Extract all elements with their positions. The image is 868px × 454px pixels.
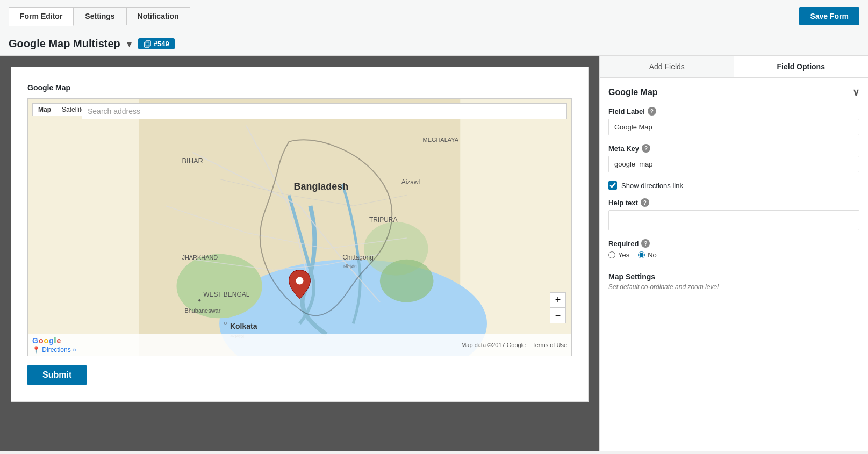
- meta-key-label: Meta Key ?: [608, 144, 859, 153]
- required-label: Required ?: [608, 239, 859, 248]
- map-controls: + −: [550, 292, 566, 323]
- top-bar: Form Editor Settings Notification Save F…: [0, 0, 868, 32]
- tab-field-options[interactable]: Field Options: [734, 56, 869, 77]
- google-map-section-label: Google Map: [608, 88, 658, 97]
- submit-area: Submit: [27, 356, 572, 385]
- tab-form-editor[interactable]: Form Editor: [9, 7, 74, 26]
- map-settings-title: Map Settings: [608, 272, 859, 281]
- required-help-icon[interactable]: ?: [641, 239, 650, 248]
- map-container: Map Satellite Search address: [27, 98, 572, 356]
- required-no-option[interactable]: No: [638, 251, 657, 259]
- tab-add-fields[interactable]: Add Fields: [600, 56, 734, 77]
- panel-section-title: Google Map ∨: [608, 87, 859, 98]
- google-map-field-label: Google Map: [27, 83, 572, 92]
- canvas-inner: Google Map Map Satellite Search address: [11, 67, 589, 402]
- svg-text:চট্টগ্রাম: চট্টগ্রাম: [343, 263, 357, 270]
- svg-rect-0: [145, 42, 149, 47]
- search-address-bar[interactable]: Search address: [82, 103, 567, 119]
- tab-settings[interactable]: Settings: [74, 7, 126, 25]
- map-tab-map[interactable]: Map: [33, 104, 56, 116]
- show-directions-checkbox[interactable]: [608, 181, 617, 190]
- map-zoom-out[interactable]: −: [550, 308, 565, 323]
- svg-point-22: [296, 277, 304, 285]
- svg-text:WEST BENGAL: WEST BENGAL: [203, 291, 249, 298]
- svg-text:Chittagong: Chittagong: [342, 254, 374, 261]
- help-text-help-icon[interactable]: ?: [641, 198, 649, 207]
- required-yes-option[interactable]: Yes: [608, 251, 629, 259]
- submit-button[interactable]: Submit: [27, 365, 87, 385]
- right-panel-tabs: Add Fields Field Options: [600, 56, 868, 78]
- svg-text:MEGHALAYA: MEGHALAYA: [423, 136, 459, 143]
- svg-point-7: [380, 260, 434, 302]
- field-label-group: Field Label ?: [608, 107, 859, 135]
- form-id-badge: #549: [138, 38, 175, 49]
- svg-text:BIHAR: BIHAR: [182, 157, 203, 165]
- canvas-area: Google Map Map Satellite Search address: [0, 56, 599, 451]
- svg-rect-1: [146, 40, 150, 46]
- field-label-label: Field Label ?: [608, 107, 859, 116]
- svg-text:TRIPURA: TRIPURA: [369, 216, 397, 224]
- form-title-bar: Google Map Multistep ▾ #549: [0, 32, 868, 56]
- svg-text:Bhubaneswar: Bhubaneswar: [184, 307, 220, 314]
- map-svg: Bangladesh BIHAR JHARKHAND Bhubaneswar ●…: [28, 99, 571, 356]
- svg-text:JHARKHAND: JHARKHAND: [182, 254, 218, 261]
- help-text-input[interactable]: [608, 210, 859, 230]
- tab-notification[interactable]: Notification: [126, 7, 190, 25]
- map-settings-divider: [608, 268, 859, 268]
- map-footer: Google 📍 Directions » Map data ©2017 Goo…: [28, 334, 571, 356]
- main-layout: Google Map Map Satellite Search address: [0, 56, 868, 451]
- right-panel: Add Fields Field Options Google Map ∨ Fi…: [599, 56, 868, 451]
- required-no-radio[interactable]: [638, 251, 645, 258]
- terms-of-use-link[interactable]: Terms of Use: [532, 342, 567, 348]
- top-tabs: Form Editor Settings Notification: [9, 7, 190, 25]
- svg-text:Kolkata: Kolkata: [230, 322, 257, 330]
- section-chevron[interactable]: ∨: [852, 87, 859, 98]
- meta-key-group: Meta Key ?: [608, 144, 859, 172]
- svg-text:Aizawl: Aizawl: [401, 178, 420, 186]
- field-label-help-icon[interactable]: ?: [648, 107, 656, 116]
- directions-link[interactable]: 📍 Directions »: [32, 346, 76, 354]
- form-title-dropdown[interactable]: ▾: [127, 38, 132, 50]
- meta-key-help-icon[interactable]: ?: [642, 144, 650, 153]
- svg-text:Bangladesh: Bangladesh: [294, 181, 349, 192]
- show-directions-label: Show directions link: [621, 182, 683, 190]
- svg-text:○: ○: [224, 320, 227, 326]
- help-text-label: Help text ?: [608, 198, 859, 207]
- show-directions-row: Show directions link: [608, 181, 859, 190]
- map-zoom-in[interactable]: +: [550, 293, 565, 308]
- svg-text:●: ●: [198, 297, 201, 303]
- save-form-button[interactable]: Save Form: [799, 7, 859, 25]
- help-text-group: Help text ?: [608, 198, 859, 230]
- required-radio-group: Yes No: [608, 251, 859, 259]
- field-label-input[interactable]: [608, 119, 859, 135]
- meta-key-input[interactable]: [608, 156, 859, 172]
- required-yes-radio[interactable]: [608, 251, 615, 258]
- map-data-text: Map data ©2017 Google: [461, 342, 526, 348]
- field-options-panel: Google Map ∨ Field Label ? Meta Key ?: [600, 78, 868, 299]
- copy-icon: [144, 40, 151, 48]
- required-group: Required ? Yes No: [608, 239, 859, 259]
- form-title: Google Map Multistep: [9, 38, 120, 50]
- google-logo: Google: [32, 336, 76, 345]
- map-settings-subtitle: Set default co-ordinate and zoom level: [608, 283, 859, 291]
